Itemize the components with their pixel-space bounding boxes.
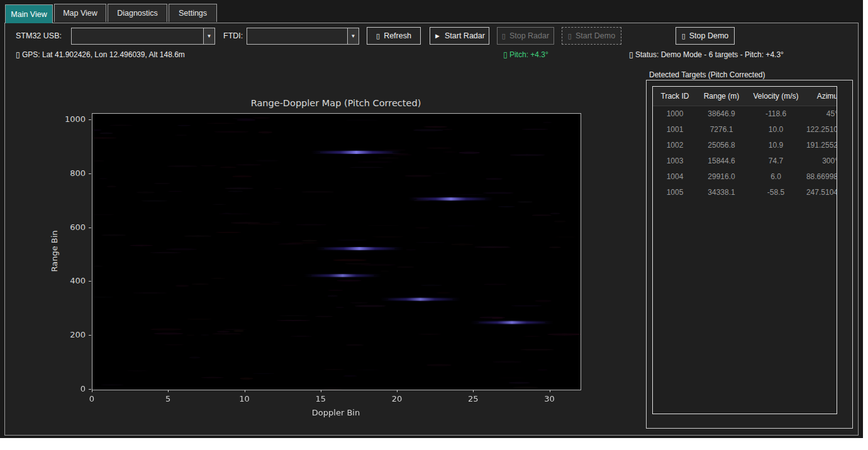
status-icon: ▯ [629,50,633,59]
cell-velocity: 10.9 [746,138,806,153]
cell-range: 25056.8 [697,138,746,153]
range-doppler-heatmap [92,114,581,390]
ftdi-label: FTDI: [223,31,243,40]
gps-status: ▯ GPS: Lat 41.902426, Lon 12.496039, Alt… [16,50,185,59]
col-header-track-id[interactable]: Track ID [653,87,697,106]
tab-label: Settings [179,9,207,18]
x-tick-mark [550,390,550,392]
x-tick-label: 15 [308,394,333,403]
refresh-icon: ▯ [376,32,380,40]
cell-velocity: -118.6 [746,106,806,122]
gps-text: GPS: Lat 41.902426, Lon 12.496039, Alt 1… [22,50,185,59]
y-axis-label: Range Bin [50,220,59,283]
button-label: Start Demo [576,31,615,40]
tab-label: Diagnostics [117,9,158,18]
table-row[interactable]: 10017276.110.0122.2510 [653,122,837,138]
tab-diagnostics[interactable]: Diagnostics [108,4,167,22]
cell-azimuth: 247.5104 [806,185,837,200]
cell-velocity: -58.5 [746,185,806,200]
cell-track-id: 1002 [653,138,697,153]
status-text: Status: Demo Mode - 6 targets - Pitch: +… [635,50,784,59]
cell-velocity: 6.0 [746,169,806,185]
stop-demo-icon: ▯ [682,32,686,40]
button-label: Stop Radar [509,31,549,40]
start-radar-button[interactable]: ►Start Radar [430,27,489,45]
chevron-down-icon[interactable]: ▼ [203,28,214,44]
col-header-range[interactable]: Range (m) [697,87,746,106]
x-tick-mark [397,390,398,392]
col-header-azimuth[interactable]: Azimu [806,87,837,106]
start-demo-icon: ▯ [568,32,572,40]
y-tick-label: 200 [43,330,86,339]
app-window: Main View Map View Diagnostics Settings … [0,0,863,438]
start-radar-icon: ► [434,32,441,40]
table-row[interactable]: 100429916.06.088.66998 [653,169,837,185]
x-tick-label: 5 [155,394,181,403]
cell-azimuth: 88.66998 [806,169,837,185]
cell-range: 34338.1 [697,185,746,200]
col-header-velocity[interactable]: Velocity (m/s) [746,87,806,106]
ftdi-combobox[interactable]: ▼ [247,28,359,45]
ftdi-combobox-value [247,28,347,44]
x-tick-mark [245,390,245,392]
y-tick-label: 1000 [43,114,86,124]
cell-velocity: 10.0 [746,122,806,138]
table-row[interactable]: 100225056.810.9191.2552 [653,138,837,153]
stm32-usb-combobox[interactable]: ▼ [71,28,215,45]
y-tick-mark [89,228,91,228]
cell-range: 29916.0 [697,169,746,185]
table-row[interactable]: 100315844.674.7300° [653,153,837,169]
stop-demo-button[interactable]: ▯Stop Demo [676,27,735,45]
x-tick-label: 20 [384,394,409,403]
chart-title: Range-Doppler Map (Pitch Corrected) [92,98,580,108]
pitch-status: ▯ Pitch: +4.3° [503,50,548,59]
y-tick-label: 0 [43,384,86,393]
pitch-icon: ▯ [503,50,508,59]
cell-azimuth: 300° [806,153,837,169]
targets-table[interactable]: Track ID Range (m) Velocity (m/s) Azimu … [652,86,837,414]
y-tick-label: 800 [43,168,86,178]
tab-settings[interactable]: Settings [169,4,217,22]
cell-azimuth: 45° [806,106,837,122]
x-tick-label: 10 [232,394,257,403]
y-tick-mark [89,119,91,120]
stop-radar-icon: ▯ [502,32,506,40]
x-tick-mark [168,390,169,392]
y-tick-mark [89,335,91,336]
cell-azimuth: 122.2510 [806,122,837,138]
button-label: Stop Demo [689,31,729,40]
cell-range: 38646.9 [697,106,746,122]
table-body: 100038646.9-118.645°10017276.110.0122.25… [653,106,837,200]
button-label: Start Radar [445,31,485,40]
tab-main-view[interactable]: Main View [5,4,53,23]
x-tick-mark [321,390,321,392]
tab-map-view[interactable]: Map View [54,4,106,22]
cell-range: 7276.1 [697,122,746,138]
cell-track-id: 1001 [653,122,697,138]
x-tick-label: 25 [460,394,486,403]
button-label: Refresh [384,31,411,40]
range-doppler-plot [92,113,581,390]
cell-track-id: 1004 [653,169,697,185]
cell-velocity: 74.7 [746,153,806,169]
stm32-usb-label: STM32 USB: [16,31,62,40]
table-row[interactable]: 100534338.1-58.5247.5104 [653,185,837,200]
y-tick-mark [89,281,91,282]
gps-icon: ▯ [16,50,20,59]
stop-radar-button: ▯Stop Radar [497,27,554,45]
cell-azimuth: 191.2552 [806,138,837,153]
chevron-down-icon[interactable]: ▼ [347,28,359,44]
targets-panel-title: Detected Targets (Pitch Corrected) [649,70,765,79]
refresh-button[interactable]: ▯Refresh [367,27,421,45]
x-tick-mark [92,390,92,392]
start-demo-button: ▯Start Demo [562,27,621,45]
demo-status: ▯ Status: Demo Mode - 6 targets - Pitch:… [629,50,784,59]
tab-label: Map View [63,9,97,18]
x-tick-label: 30 [537,394,562,403]
table-row[interactable]: 100038646.9-118.645° [653,106,837,122]
y-tick-mark [89,173,91,174]
pitch-text: Pitch: +4.3° [509,50,548,59]
cell-track-id: 1005 [653,185,697,200]
tab-content-pane: STM32 USB: ▼ FTDI: ▼ ▯Refresh►Start Rada… [4,23,859,436]
x-axis-label: Doppler Bin [92,408,580,417]
